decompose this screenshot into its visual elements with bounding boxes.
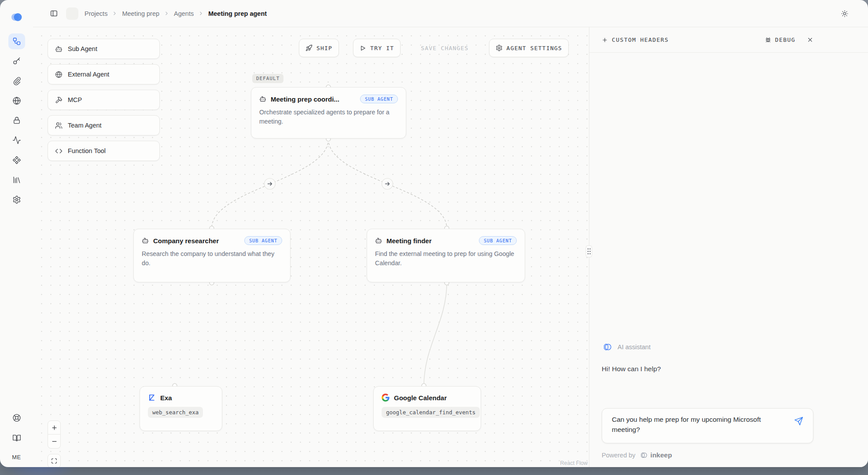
zoom-out-button[interactable] bbox=[48, 435, 61, 449]
sidebar-item-library[interactable] bbox=[8, 172, 25, 188]
react-flow-attribution[interactable]: React Flow bbox=[544, 460, 588, 466]
close-panel-button[interactable] bbox=[805, 35, 815, 45]
plus-icon bbox=[51, 424, 58, 431]
user-avatar[interactable]: ME bbox=[12, 450, 21, 464]
custom-headers-button[interactable]: CUSTOM HEADERS bbox=[602, 37, 669, 43]
palette-function-tool[interactable]: Function Tool bbox=[48, 141, 160, 161]
lock-icon bbox=[12, 116, 21, 125]
node-palette: Sub Agent External Agent MCP Team Agent bbox=[48, 39, 160, 161]
theme-toggle-button[interactable] bbox=[839, 8, 850, 19]
edge-researcher-exa bbox=[175, 283, 212, 386]
default-agent-tag: DEFAULT bbox=[252, 74, 283, 83]
sidebar-item-workflow[interactable] bbox=[8, 33, 25, 49]
try-it-button[interactable]: TRY IT bbox=[353, 39, 401, 57]
google-logo-icon bbox=[382, 394, 390, 402]
edge-coordinator-finder bbox=[328, 139, 447, 228]
minus-icon bbox=[51, 438, 58, 445]
close-icon bbox=[807, 37, 813, 43]
org-chip[interactable] bbox=[66, 7, 78, 20]
plus-icon bbox=[602, 37, 608, 43]
node-exa-tool[interactable]: Exa web_search_exa bbox=[140, 386, 222, 431]
ship-button[interactable]: SHIP bbox=[299, 39, 339, 57]
palette-mcp[interactable]: MCP bbox=[48, 90, 160, 110]
node-title: Exa bbox=[160, 394, 214, 402]
chevron-right-icon bbox=[112, 11, 118, 16]
library-icon bbox=[12, 175, 21, 184]
save-changes-label: SAVE CHANGES bbox=[421, 45, 468, 51]
life-buoy-icon bbox=[12, 413, 21, 422]
chat-composer[interactable]: Can you help me prep for my upcoming Mic… bbox=[602, 408, 813, 443]
key-icon bbox=[12, 57, 21, 66]
breadcrumb-project-name[interactable]: Meeting prep bbox=[122, 10, 159, 17]
palette-external-agent[interactable]: External Agent bbox=[48, 64, 160, 84]
brand-name: inkeep bbox=[651, 451, 672, 459]
node-title: Company researcher bbox=[153, 237, 240, 245]
palette-sub-agent[interactable]: Sub Agent bbox=[48, 39, 160, 59]
flow-canvas[interactable]: Sub Agent External Agent MCP Team Agent bbox=[33, 27, 589, 467]
node-description: Orchestrate specialized agents to prepar… bbox=[259, 108, 398, 126]
breadcrumb-agents[interactable]: Agents bbox=[174, 10, 194, 17]
panel-header-actions: DEBUG bbox=[765, 35, 815, 45]
zoom-in-button[interactable] bbox=[48, 420, 61, 435]
inkeep-logo bbox=[11, 11, 23, 24]
sidebar-item-keys[interactable] bbox=[8, 53, 25, 69]
panel-toggle-button[interactable] bbox=[48, 7, 60, 19]
palette-label: Sub Agent bbox=[68, 45, 97, 52]
sidebar-item-settings[interactable] bbox=[8, 192, 25, 208]
workflow-icon bbox=[12, 37, 21, 46]
code-icon bbox=[55, 147, 63, 155]
app-window: ME Projects Meeting prep Agents Meeting … bbox=[0, 0, 868, 467]
canvas-toolbar: SHIP TRY IT SAVE CHANGES AGENT SETTINGS bbox=[299, 39, 569, 57]
palette-label: Function Tool bbox=[68, 147, 106, 154]
assistant-greeting-message: Hi! How can I help? bbox=[602, 365, 661, 373]
sidebar-item-security[interactable] bbox=[8, 113, 25, 128]
palette-team-agent[interactable]: Team Agent bbox=[48, 115, 160, 135]
node-title: Meeting prep coordi... bbox=[271, 95, 356, 103]
save-changes-button[interactable]: SAVE CHANGES bbox=[415, 39, 474, 57]
book-open-icon bbox=[12, 434, 21, 442]
edge-coordinator-researcher bbox=[212, 139, 328, 228]
bot-icon bbox=[375, 237, 382, 244]
rocket-icon bbox=[305, 44, 313, 51]
sidebar-item-external[interactable] bbox=[8, 93, 25, 109]
node-meeting-finder[interactable]: Meeting finder SUB AGENT Find the extern… bbox=[367, 229, 525, 282]
sidebar-item-support[interactable] bbox=[8, 410, 25, 426]
breadcrumb-projects[interactable]: Projects bbox=[85, 10, 107, 17]
sidebar-item-docs[interactable] bbox=[8, 430, 25, 446]
main-column: Projects Meeting prep Agents Meeting pre… bbox=[33, 0, 868, 467]
top-header: Projects Meeting prep Agents Meeting pre… bbox=[33, 0, 868, 27]
node-google-calendar-tool[interactable]: Google Calendar google_calendar_find_eve… bbox=[373, 386, 481, 431]
edge-arrow-badge bbox=[382, 179, 393, 190]
globe-icon bbox=[12, 96, 21, 105]
exa-logo-icon bbox=[148, 394, 156, 402]
node-company-researcher[interactable]: Company researcher SUB AGENT Research th… bbox=[133, 229, 291, 282]
try-it-label: TRY IT bbox=[370, 45, 394, 51]
breadcrumb: Projects Meeting prep Agents Meeting pre… bbox=[85, 10, 267, 17]
node-description: Research the company to understand what … bbox=[142, 249, 282, 268]
workspace: Sub Agent External Agent MCP Team Agent bbox=[33, 27, 868, 467]
sub-agent-badge: SUB AGENT bbox=[479, 236, 517, 245]
fit-view-button[interactable] bbox=[48, 454, 61, 467]
agent-settings-button[interactable]: AGENT SETTINGS bbox=[489, 39, 569, 57]
sidebar-item-credentials[interactable] bbox=[8, 73, 25, 89]
node-header: Company researcher SUB AGENT bbox=[142, 236, 282, 245]
sidebar-item-components[interactable] bbox=[8, 152, 25, 168]
palette-label: Team Agent bbox=[68, 122, 102, 129]
debug-button[interactable]: DEBUG bbox=[765, 37, 795, 44]
node-meeting-prep-coordinator[interactable]: Meeting prep coordi... SUB AGENT Orchest… bbox=[251, 87, 406, 139]
panel-resize-handle[interactable] bbox=[586, 245, 592, 257]
try-it-panel: CUSTOM HEADERS DEBUG AI assista bbox=[589, 27, 868, 467]
node-title: Meeting finder bbox=[386, 237, 474, 245]
chat-input[interactable]: Can you help me prep for my upcoming Mic… bbox=[612, 414, 767, 435]
node-header: Exa bbox=[148, 394, 214, 402]
inkeep-logo-icon bbox=[11, 12, 23, 22]
zoom-controls bbox=[48, 420, 61, 467]
custom-headers-label: CUSTOM HEADERS bbox=[612, 37, 669, 43]
maximize-icon bbox=[51, 458, 57, 464]
bot-icon bbox=[55, 45, 63, 53]
chevron-right-icon bbox=[198, 11, 204, 16]
send-button[interactable] bbox=[792, 415, 805, 428]
components-icon bbox=[12, 156, 21, 164]
sidebar-item-activity[interactable] bbox=[8, 132, 25, 148]
powered-by-footer[interactable]: Powered by inkeep bbox=[602, 451, 672, 459]
